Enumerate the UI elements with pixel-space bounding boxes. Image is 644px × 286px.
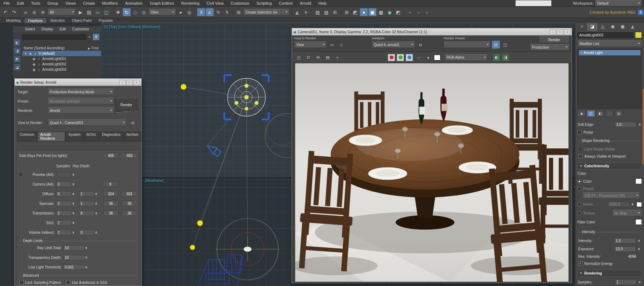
diffuse-samples-field[interactable]: 6 <box>56 191 72 197</box>
clone-window-icon[interactable]: ⊞ <box>314 54 322 61</box>
select-object-icon[interactable]: ▶ <box>77 8 84 16</box>
color-preset-dropdown[interactable]: CIE F7 - Fluorescent D65 <box>582 192 640 199</box>
transmission-samples-field[interactable]: 2 <box>56 211 72 216</box>
render-production-icon[interactable]: ◉ <box>386 8 394 16</box>
hierarchy-tab-icon[interactable]: ◬ <box>598 23 607 30</box>
render-setup-titlebar[interactable]: ◆ Render Setup: Arnold – □ × <box>15 79 141 86</box>
toggle-layer-explorer-icon[interactable]: ▨ <box>322 8 330 16</box>
select-and-place-icon[interactable]: ◎ <box>140 8 148 16</box>
reference-coordinate-dropdown[interactable]: View <box>148 9 176 15</box>
renderer-dropdown[interactable]: Arnold <box>48 107 114 114</box>
eye-icon[interactable]: ◉ <box>32 57 36 61</box>
curve-editor-icon[interactable]: ⊞ <box>343 8 351 16</box>
menu-edit[interactable]: Edit <box>14 0 28 6</box>
render-preset-dropdown[interactable] <box>444 41 491 48</box>
edit-named-selection-icon[interactable]: ⊞ <box>235 8 243 16</box>
tab-aovs[interactable]: AOVs <box>84 132 99 142</box>
specular-samples-spinner[interactable] <box>72 201 75 206</box>
render-setup-icon[interactable]: ▣ <box>369 8 376 16</box>
tab-system[interactable]: System <box>65 132 83 142</box>
render-button[interactable]: Render <box>115 98 138 112</box>
bind-to-spacewarp-icon[interactable]: ≋ <box>39 8 47 16</box>
clear-search-icon[interactable]: × <box>87 35 92 39</box>
modify-tab-icon[interactable]: ◪ <box>587 23 597 30</box>
rfw-viewport-dropdown[interactable]: Quad 4, arnold1 <box>372 41 415 48</box>
menu-rendering[interactable]: Rendering <box>178 0 203 6</box>
explorer-menu-select[interactable]: Select <box>22 27 38 31</box>
explorer-menu-display[interactable]: Display <box>39 27 56 31</box>
maximize-icon[interactable]: □ <box>557 29 563 35</box>
explorer-name-column-header[interactable]: Name (Sorted Ascending) <box>24 46 65 50</box>
viewport-label[interactable]: [+] [Top] [User Defined] [Wireframe] <box>104 25 160 29</box>
kelvin-spinner[interactable] <box>631 202 635 207</box>
menu-create[interactable]: Create <box>79 0 98 6</box>
compare-icon[interactable]: ◨ <box>502 54 509 61</box>
ribbon-tab-populate[interactable]: Populate <box>96 18 116 23</box>
camera-aa-field[interactable]: 3 <box>56 182 72 187</box>
spinner-snap-icon[interactable]: ⇅ <box>223 8 231 16</box>
auto-region-icon[interactable]: ◇ <box>337 41 345 49</box>
intensity-field[interactable]: 1.0 <box>614 238 636 243</box>
volume-samples-field[interactable]: 2 <box>56 230 72 235</box>
object-name-field[interactable]: ArnoldLight003 <box>577 32 633 38</box>
transparency-depth-spinner[interactable] <box>85 255 88 260</box>
blue-channel-icon[interactable] <box>406 54 413 61</box>
menu-graph-editors[interactable]: Graph Editors <box>146 0 178 6</box>
diffuse-samples-spinner[interactable] <box>72 191 75 197</box>
percent-snap-icon[interactable]: % <box>214 8 222 16</box>
menu-file[interactable]: File <box>0 0 14 6</box>
tab-arnold-renderer[interactable]: Arnold Renderer <box>38 132 65 142</box>
open-render-setup-icon[interactable]: ⊡ <box>492 41 500 49</box>
volume-depth-spinner[interactable] <box>95 230 98 235</box>
rectangular-region-icon[interactable]: ▭ <box>94 8 102 16</box>
render-mode-dropdown[interactable]: Production <box>530 44 570 50</box>
menu-civil-view[interactable]: Civil View <box>203 0 227 6</box>
explorer-search-input[interactable] <box>22 34 86 40</box>
rendered-frame-window-icon[interactable]: ▩ <box>377 8 385 16</box>
explorer-row-arnoldlight001[interactable]: ◉ ○ ArnoldLight001 <box>22 56 101 61</box>
kelvin-field[interactable]: 6500.0 <box>608 202 629 207</box>
explorer-tool-icon-3[interactable]: ◩ <box>14 55 21 63</box>
minimize-icon[interactable]: – <box>119 80 126 85</box>
portal-checkbox[interactable] <box>577 130 582 134</box>
color-intensity-rollout[interactable]: ▼ Color/Intensity <box>577 163 642 169</box>
menu-arnold[interactable]: Arnold <box>296 0 315 6</box>
create-tab-icon[interactable]: + <box>577 23 586 30</box>
clear-image-icon[interactable]: × <box>333 54 341 61</box>
preset-dropdown[interactable]: No preset selected <box>48 98 114 104</box>
sss-samples-field[interactable]: 2 <box>56 220 72 226</box>
ribbon-tab-freeform[interactable]: Freeform <box>25 18 47 23</box>
exposure-field[interactable]: 12.0 <box>614 246 636 252</box>
selection-filter-dropdown[interactable]: All <box>48 9 76 15</box>
normalize-energy-checkbox[interactable]: ✓ <box>578 261 582 266</box>
notification-badge[interactable]: 3 <box>638 10 643 15</box>
kelvin-radio[interactable] <box>577 202 581 206</box>
sss-samples-spinner[interactable] <box>72 220 75 226</box>
menu-group[interactable]: Group <box>44 0 62 6</box>
menu-animation[interactable]: Animation <box>122 0 146 6</box>
light-color-swatch[interactable] <box>635 178 642 184</box>
view-to-render-dropdown[interactable]: Quad 4 - Camera001 <box>48 119 127 126</box>
motion-tab-icon[interactable]: ◉ <box>608 23 617 30</box>
transmission-depth-spinner[interactable] <box>95 211 98 216</box>
select-and-scale-icon[interactable]: ◇ <box>131 8 139 16</box>
menu-tools[interactable]: Tools <box>28 0 44 6</box>
menu-customize[interactable]: Customize <box>227 0 253 6</box>
rfw-render-button[interactable]: Render <box>539 36 570 43</box>
close-icon[interactable]: × <box>564 29 570 35</box>
schematic-view-icon[interactable]: ◩ <box>351 8 359 16</box>
autobump-checkbox[interactable] <box>66 280 70 285</box>
specular-depth-spinner[interactable] <box>95 201 98 206</box>
red-channel-icon[interactable] <box>388 54 395 61</box>
intensity-spinner[interactable] <box>638 238 641 243</box>
ribbon-tab-object-paint[interactable]: Object Paint <box>69 18 94 23</box>
object-color-swatch[interactable] <box>635 32 642 38</box>
light-shape-visible-checkbox[interactable] <box>578 147 582 151</box>
select-and-link-icon[interactable]: ∞ <box>22 8 30 16</box>
maximize-icon[interactable]: □ <box>126 80 133 85</box>
menu-scripting[interactable]: Scripting <box>253 0 275 6</box>
material-editor-icon[interactable]: ● <box>360 8 368 16</box>
show-end-result-icon[interactable]: ◫ <box>587 110 595 117</box>
environment-icon[interactable]: ◫ <box>501 41 509 49</box>
remove-modifier-icon[interactable]: ◌ <box>605 110 614 117</box>
